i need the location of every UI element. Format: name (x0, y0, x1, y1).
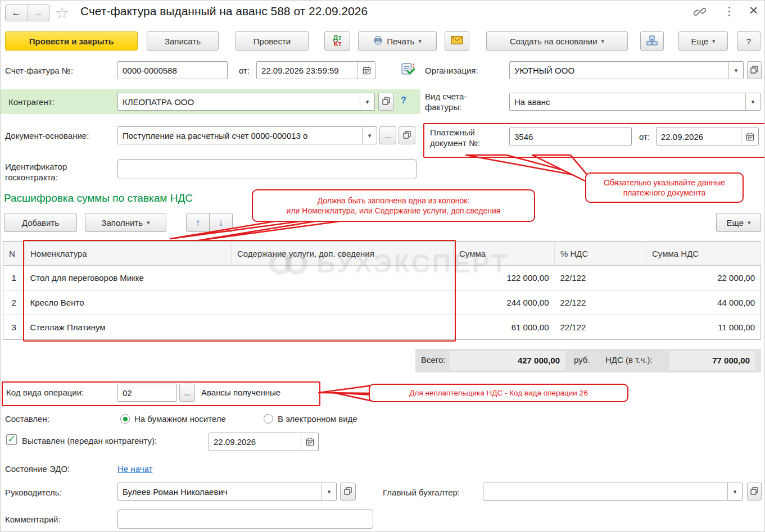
move-down-button[interactable]: ↓ (209, 213, 233, 232)
base-document-open-button[interactable] (399, 126, 415, 144)
cell-service[interactable] (232, 290, 454, 315)
chevron-down-icon[interactable]: ▾ (362, 127, 377, 144)
more-button[interactable]: Еще ▾ (678, 31, 728, 51)
date-input[interactable] (257, 66, 357, 75)
table-row[interactable]: 3 Стеллаж Платинум 61 000,00 22/122 11 0… (3, 315, 761, 340)
back-arrow-icon[interactable]: ← (6, 5, 27, 21)
calendar-icon[interactable] (741, 128, 758, 145)
cell-vat-sum[interactable]: 22 000,00 (646, 266, 761, 290)
issued-date-input[interactable] (209, 437, 301, 447)
post-button[interactable]: Провести (236, 31, 309, 51)
col-header-service: Содержание услуги, доп. сведения (232, 242, 454, 266)
cell-nomenclature[interactable]: Кресло Венто (25, 290, 232, 315)
payment-date-input[interactable] (657, 132, 741, 142)
invoice-no-input[interactable] (118, 66, 227, 75)
cell-vat-percent[interactable]: 22/122 (555, 315, 646, 340)
payment-date-field[interactable] (656, 128, 759, 145)
radio-electronic[interactable] (264, 414, 273, 424)
cell-nomenclature[interactable]: Стеллаж Платинум (25, 315, 232, 340)
operation-code-field[interactable] (117, 384, 177, 402)
fill-label: Заполнить (101, 218, 143, 228)
cell-vat-sum[interactable]: 11 000,00 (646, 315, 761, 340)
page-title: Счет-фактура выданный на аванс 588 от 22… (80, 4, 368, 18)
invoice-no-field[interactable] (117, 61, 228, 79)
base-document-input[interactable] (118, 131, 362, 140)
operation-code-ellipsis-button[interactable]: ... (179, 384, 195, 402)
cell-sum[interactable]: 244 000,00 (454, 290, 555, 315)
edo-status-link[interactable]: Не начат (117, 463, 152, 474)
cell-vat-percent[interactable]: 22/122 (555, 290, 646, 315)
organization-input[interactable] (510, 66, 728, 75)
radio-paper[interactable] (120, 414, 130, 424)
counterparty-label: Контрагент: (8, 97, 55, 107)
issued-checkbox[interactable]: ✓ (6, 434, 17, 445)
email-button[interactable] (445, 31, 469, 51)
hierarchy-icon (646, 35, 658, 47)
manager-input[interactable] (118, 487, 322, 497)
cell-vat-sum[interactable]: 44 000,00 (646, 290, 761, 315)
favorite-star-icon[interactable]: ☆ (55, 4, 69, 22)
table-row[interactable]: 1 Стол для переговоров Микке 122 000,00 … (3, 266, 761, 290)
cell-vat-percent[interactable]: 22/122 (555, 266, 646, 290)
accountant-field[interactable]: ▾ (483, 483, 743, 501)
post-and-close-button[interactable]: Провести и закрыть (5, 31, 138, 51)
chevron-down-icon[interactable]: ▾ (727, 483, 742, 500)
comment-field[interactable] (117, 510, 373, 529)
cell-sum[interactable]: 122 000,00 (454, 266, 555, 290)
chevron-down-icon: ▾ (712, 38, 716, 44)
manager-open-button[interactable] (340, 483, 356, 501)
write-button[interactable]: Записать (147, 31, 219, 51)
structure-button[interactable] (640, 31, 664, 51)
payment-doc-input[interactable] (510, 132, 631, 142)
invoice-type-input[interactable] (510, 97, 745, 107)
manager-field[interactable]: ▾ (117, 483, 337, 501)
payment-doc-field[interactable] (509, 128, 632, 145)
print-button[interactable]: Печать ▾ (358, 31, 437, 51)
gov-contract-label: Идентификатор госконтракта: (5, 161, 101, 183)
cell-n[interactable]: 2 (3, 290, 25, 315)
base-document-ellipsis-button[interactable]: ... (379, 126, 396, 144)
chevron-down-icon[interactable]: ▾ (728, 62, 743, 79)
table-row[interactable]: 2 Кресло Венто 244 000,00 22/122 44 000,… (3, 290, 761, 315)
cell-n[interactable]: 1 (3, 266, 25, 290)
chevron-down-icon[interactable]: ▾ (745, 93, 760, 110)
cell-service[interactable] (232, 315, 454, 340)
organization-field[interactable]: ▾ (509, 61, 744, 79)
gov-contract-field[interactable] (117, 159, 417, 179)
accountant-open-button[interactable] (747, 483, 762, 501)
fill-button[interactable]: Заполнить ▾ (85, 213, 166, 232)
open-window-icon (750, 66, 758, 75)
operation-code-input[interactable] (118, 388, 176, 398)
invoice-type-field[interactable]: ▾ (509, 93, 761, 111)
cell-sum[interactable]: 61 000,00 (454, 315, 555, 340)
kebab-menu-icon[interactable]: ⋮ (723, 5, 735, 17)
close-icon[interactable]: × (749, 3, 758, 17)
gov-contract-input[interactable] (118, 165, 416, 174)
dtkt-button[interactable]: ДтКт (324, 31, 350, 51)
table-more-button[interactable]: Еще ▾ (716, 213, 761, 232)
link-icon[interactable] (694, 6, 706, 19)
help-button[interactable]: ? (737, 31, 761, 51)
accountant-input[interactable] (483, 487, 727, 497)
date-field[interactable] (256, 61, 375, 79)
counterparty-help-icon[interactable]: ? (401, 96, 406, 106)
organization-open-button[interactable] (747, 61, 762, 79)
cell-n[interactable]: 3 (3, 315, 25, 340)
create-on-basis-button[interactable]: Создать на основании ▾ (486, 31, 628, 51)
cell-service[interactable] (232, 266, 454, 290)
counterparty-input[interactable] (118, 97, 360, 107)
calendar-icon[interactable] (357, 62, 375, 79)
chevron-down-icon[interactable]: ▾ (322, 483, 336, 500)
chevron-down-icon[interactable]: ▾ (360, 93, 374, 110)
col-header-sum: Сумма (454, 242, 555, 266)
calendar-icon[interactable] (301, 433, 318, 451)
base-document-field[interactable]: ▾ (117, 126, 377, 144)
comment-input[interactable] (118, 515, 373, 524)
counterparty-field[interactable]: ▾ (117, 93, 375, 111)
counterparty-open-button[interactable] (378, 93, 394, 111)
add-row-button[interactable]: Добавить (4, 213, 77, 232)
cell-nomenclature[interactable]: Стол для переговоров Микке (25, 266, 232, 290)
move-up-button[interactable]: ↑ (186, 213, 210, 232)
forward-arrow-icon[interactable]: → (27, 5, 49, 21)
issued-date-field[interactable] (209, 433, 319, 451)
